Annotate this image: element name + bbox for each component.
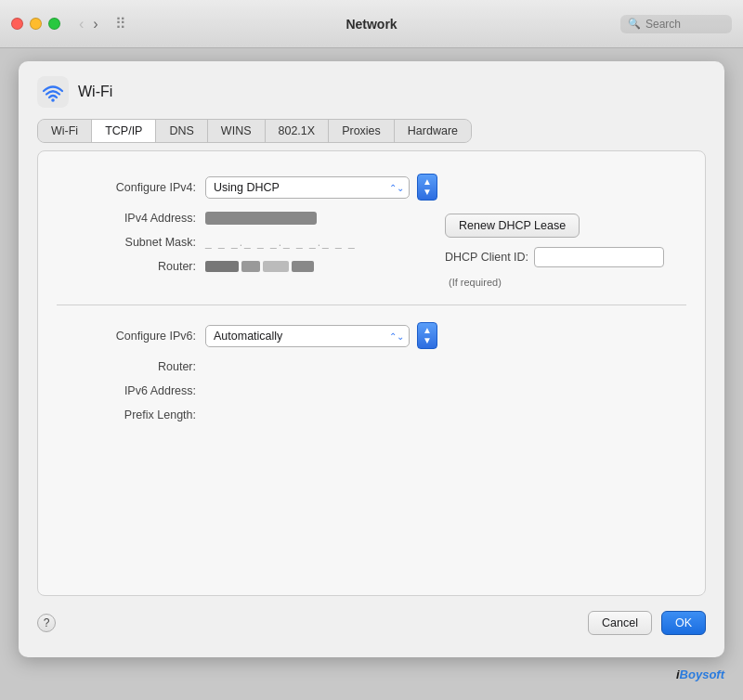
- configure-ipv6-select-wrapper: Automatically Manually Link-local only O…: [205, 325, 410, 347]
- router-label: Router:: [57, 260, 205, 273]
- close-button[interactable]: [11, 18, 23, 30]
- wifi-header: Wi-Fi: [37, 76, 706, 108]
- subnet-mask-row: Subnet Mask: _ _ _._ _ _._ _ _._ _ _: [57, 236, 426, 249]
- configure-ipv6-label: Configure IPv6:: [57, 330, 205, 343]
- tab-wifi[interactable]: Wi-Fi: [38, 120, 92, 142]
- prefix-length-row: Prefix Length:: [57, 408, 686, 421]
- subnet-mask-value: _ _ _._ _ _._ _ _._ _ _: [205, 236, 357, 249]
- subnet-mask-label: Subnet Mask:: [57, 236, 205, 249]
- svg-point-1: [51, 98, 55, 102]
- tab-tcpip[interactable]: TCP/IP: [92, 120, 156, 142]
- ipv6-select-arrows[interactable]: ▲▼: [417, 322, 437, 349]
- maximize-button[interactable]: [48, 18, 60, 30]
- prefix-length-label: Prefix Length:: [57, 408, 205, 421]
- configure-ipv4-select[interactable]: Using DHCP Manually Using BootP Off: [205, 176, 410, 199]
- tabs: Wi-Fi TCP/IP DNS WINS 802.1X Proxies Har…: [37, 119, 472, 143]
- configure-ipv4-row: Configure IPv4: Using DHCP Manually Usin…: [57, 174, 686, 201]
- tab-8021x[interactable]: 802.1X: [266, 120, 330, 142]
- router-row: Router:: [57, 260, 426, 273]
- configure-ipv4-select-wrapper: Using DHCP Manually Using BootP Off: [205, 176, 410, 199]
- left-column: IPv4 Address: Subnet Mask: _ _ _._ _ _._…: [57, 212, 426, 284]
- bottom-bar: ? Cancel OK: [37, 596, 706, 639]
- wifi-label: Wi-Fi: [78, 84, 112, 100]
- split-section: IPv4 Address: Subnet Mask: _ _ _._ _ _._…: [57, 212, 686, 288]
- router-value: [205, 261, 314, 272]
- content-panel: Configure IPv4: Using DHCP Manually Usin…: [37, 150, 706, 596]
- tab-wins[interactable]: WINS: [208, 120, 266, 142]
- back-button[interactable]: ‹: [75, 15, 87, 33]
- search-input[interactable]: [645, 18, 720, 31]
- section-divider: [57, 305, 686, 305]
- wifi-icon: [37, 76, 69, 108]
- ipv6-router-label: Router:: [57, 360, 205, 373]
- nav-buttons: ‹ ›: [75, 15, 102, 33]
- ipv6-address-row: IPv6 Address:: [57, 384, 686, 397]
- tab-proxies[interactable]: Proxies: [329, 120, 395, 142]
- tab-dns[interactable]: DNS: [156, 120, 207, 142]
- subnet-mask-field: _ _ _._ _ _._ _ _._ _ _: [205, 236, 357, 249]
- grid-icon[interactable]: ⠿: [115, 15, 126, 32]
- ipv4-address-field: [205, 212, 317, 225]
- ipv6-address-label: IPv6 Address:: [57, 384, 205, 397]
- dhcp-hint: (If required): [449, 277, 502, 288]
- tab-hardware[interactable]: Hardware: [395, 120, 471, 142]
- ipv6-router-row: Router:: [57, 360, 686, 373]
- minimize-button[interactable]: [30, 18, 42, 30]
- dhcp-client-id-label: DHCP Client ID:: [445, 251, 528, 264]
- watermark-brand: Boysoft: [680, 668, 724, 681]
- dhcp-client-id-row: DHCP Client ID:: [445, 247, 664, 267]
- configure-ipv4-label: Configure IPv4:: [57, 181, 205, 194]
- cancel-button[interactable]: Cancel: [588, 611, 652, 635]
- help-button[interactable]: ?: [37, 614, 56, 632]
- right-column: Renew DHCP Lease DHCP Client ID: (If req…: [445, 212, 686, 288]
- bottom-actions: Cancel OK: [588, 611, 706, 635]
- ok-button[interactable]: OK: [661, 611, 706, 635]
- dhcp-client-id-input[interactable]: [534, 247, 664, 267]
- traffic-lights: [11, 18, 60, 30]
- configure-ipv6-select[interactable]: Automatically Manually Link-local only O…: [205, 325, 410, 347]
- configure-ipv6-field: Automatically Manually Link-local only O…: [205, 322, 437, 349]
- main-window: Wi-Fi Wi-Fi TCP/IP DNS WINS 802.1X Proxi…: [19, 61, 724, 657]
- watermark: iBoysoft: [676, 668, 724, 681]
- titlebar: ‹ › ⠿ Network 🔍: [0, 0, 743, 48]
- ipv4-address-value: [205, 212, 317, 225]
- configure-ipv4-field: Using DHCP Manually Using BootP Off ▲▼: [205, 174, 437, 201]
- configure-ipv6-row: Configure IPv6: Automatically Manually L…: [57, 322, 686, 349]
- window-title: Network: [345, 17, 397, 32]
- ipv4-address-label: IPv4 Address:: [57, 212, 205, 225]
- search-box[interactable]: 🔍: [620, 15, 732, 33]
- router-field: [205, 261, 314, 272]
- ipv4-address-row: IPv4 Address:: [57, 212, 426, 225]
- search-icon: 🔍: [628, 18, 641, 30]
- renew-dhcp-button[interactable]: Renew DHCP Lease: [445, 214, 580, 238]
- forward-button[interactable]: ›: [89, 15, 101, 33]
- ipv4-select-arrows[interactable]: ▲▼: [417, 174, 437, 201]
